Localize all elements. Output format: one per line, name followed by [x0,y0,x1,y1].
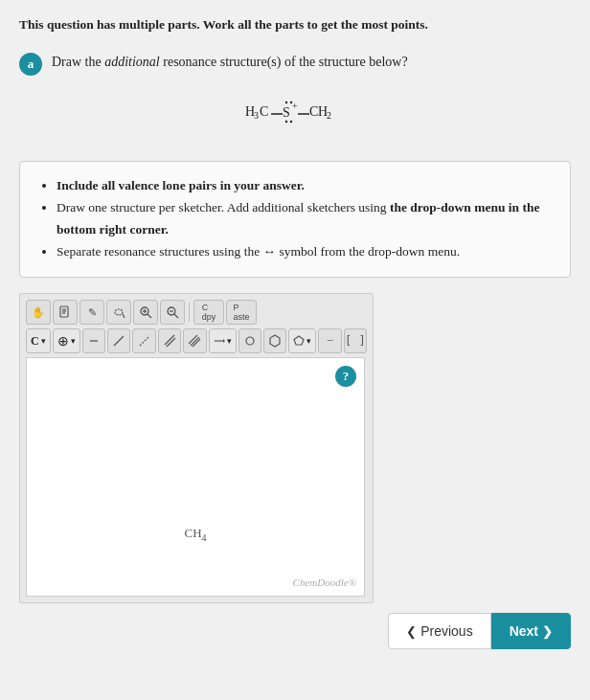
bond-triple-button[interactable] [183,328,206,353]
svg-line-25 [174,314,178,318]
bracket-button[interactable]: [ ] [344,328,367,353]
zoom-in-button[interactable] [133,300,158,325]
minus-button[interactable]: − [318,328,341,353]
instructions-list: Include all valence lone pairs in your a… [37,175,553,263]
svg-point-6 [285,102,287,103]
hexagon-button[interactable] [263,328,286,353]
sketcher-toolbar-top: ✋ ✎ [26,300,367,325]
zoom-out-button[interactable] [160,300,185,325]
nav-buttons: Previous Next [388,613,571,649]
svg-line-19 [123,314,125,318]
svg-line-29 [140,336,149,346]
page-container: This question has multiple parts. Work a… [0,0,590,668]
plus-bond-button[interactable]: ⊕ ▾ [53,328,80,353]
svg-text:C: C [260,104,268,119]
element-label: C [31,334,39,349]
svg-point-7 [290,102,292,103]
svg-text:S: S [283,105,290,120]
notice-text: This question has multiple parts. Work a… [19,17,428,32]
svg-text:3: 3 [254,110,259,121]
svg-line-31 [167,338,175,347]
document-tool-button[interactable] [53,300,78,325]
chevron-left-icon [406,623,417,639]
instructions-box: Include all valence lone pairs in your a… [19,161,571,278]
question-text: Draw the additional resonance structure(… [52,52,408,72]
toolbar-separator-1 [189,303,190,322]
element-dropdown[interactable]: C ▾ [26,328,51,353]
svg-marker-39 [294,336,304,345]
pencil-tool-button[interactable]: ✎ [79,300,104,325]
previous-button[interactable]: Previous [388,613,490,649]
chemical-structure-svg: H 3 C S + C H 2 [238,89,352,142]
bond-double-button[interactable] [158,328,181,353]
instruction-item-1: Include all valence lone pairs in your a… [57,175,553,197]
question-row: a Draw the additional resonance structur… [19,52,571,76]
plus-dropdown-arrow: ▾ [71,336,76,346]
element-dropdown-arrow: ▾ [41,336,46,346]
minus-line-button[interactable] [82,328,105,353]
next-button[interactable]: Next [491,613,571,649]
arrow-dropdown[interactable]: ▾ [209,328,237,353]
svg-text:C: C [309,104,318,119]
instruction-item-3: Separate resonance structures using the … [57,241,553,263]
hand-tool-button[interactable]: ✋ [26,300,51,325]
part-badge: a [19,53,42,76]
question-prefix: Draw the [52,55,104,69]
shape-dropdown-arrow: ▾ [306,336,311,346]
bottom-row: Previous Next [19,613,571,649]
question-suffix: resonance structure(s) of the structure … [160,55,408,69]
chemdoodle-watermark: ChemDoodle® [293,576,356,588]
sketcher-container: ✋ ✎ [19,293,374,603]
previous-label: Previous [420,623,472,639]
canvas-molecule-label: CH4 [184,526,206,543]
next-label: Next [510,623,538,639]
svg-marker-36 [223,339,225,343]
chevron-right-icon [542,623,553,639]
sketcher-toolbar-bottom: C ▾ ⊕ ▾ [26,328,367,353]
bond-dashed-button[interactable] [132,328,155,353]
help-button[interactable]: ? [335,366,356,387]
svg-line-21 [148,314,151,318]
sketcher-canvas[interactable]: ? CH4 ChemDoodle® [26,357,365,597]
svg-text:+: + [292,101,298,111]
plus-icon: ⊕ [57,333,69,350]
structure-display: H 3 C S + C H 2 [19,89,571,146]
svg-text:2: 2 [327,110,331,121]
circle-button[interactable] [238,328,261,353]
paste-button[interactable]: Paste [226,300,257,325]
copy-button[interactable]: Cdpy [193,300,224,325]
svg-point-18 [115,309,123,315]
multi-part-notice: This question has multiple parts. Work a… [19,15,571,34]
svg-point-9 [290,121,292,123]
svg-point-8 [285,121,287,123]
shape-dropdown[interactable]: ▾ [288,328,316,353]
svg-point-37 [246,337,254,345]
svg-marker-38 [270,335,280,347]
question-italic: additional [104,55,160,69]
lasso-tool-button[interactable] [106,300,131,325]
svg-line-28 [114,336,124,346]
bond-single-button[interactable] [107,328,130,353]
instruction-item-2: Draw one structure per sketcher. Add add… [57,197,553,241]
arrow-dropdown-arrow: ▾ [227,336,232,346]
